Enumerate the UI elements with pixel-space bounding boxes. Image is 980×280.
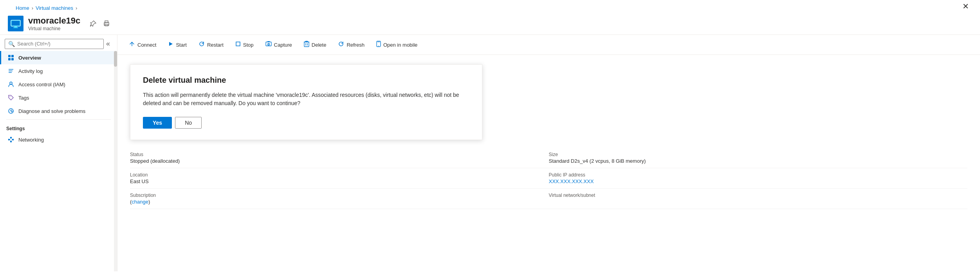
search-input[interactable] bbox=[17, 41, 100, 47]
public-ip-label: Public IP address bbox=[549, 172, 968, 178]
subscription-change-link[interactable]: change bbox=[132, 199, 148, 205]
sidebar: 🔍 « Overview bbox=[0, 35, 117, 271]
sidebar-item-overview[interactable]: Overview bbox=[0, 51, 117, 64]
connect-label: Connect bbox=[137, 42, 156, 48]
main-content: Connect Start Restart bbox=[117, 35, 980, 271]
connect-button[interactable]: Connect bbox=[124, 38, 161, 51]
subscription-item: Subscription (change) bbox=[130, 189, 549, 209]
close-button[interactable]: ✕ bbox=[959, 0, 972, 13]
location-label: Location bbox=[130, 172, 549, 178]
status-value: Stopped (deallocated) bbox=[130, 158, 549, 164]
restart-icon bbox=[199, 41, 205, 49]
svg-rect-8 bbox=[8, 55, 11, 57]
dialog-yes-button[interactable]: Yes bbox=[143, 117, 172, 129]
svg-rect-34 bbox=[305, 41, 308, 42]
svg-rect-12 bbox=[9, 69, 13, 70]
sidebar-item-tags[interactable]: Tags bbox=[0, 91, 117, 104]
print-button[interactable] bbox=[101, 18, 112, 29]
location-item: Location East US bbox=[130, 168, 549, 189]
vm-info-grid: Status Stopped (deallocated) Size Standa… bbox=[130, 148, 967, 209]
sidebar-item-overview-label: Overview bbox=[18, 55, 41, 61]
vnet-label: Virtual network/subnet bbox=[549, 193, 968, 198]
svg-point-31 bbox=[268, 44, 269, 45]
start-button[interactable]: Start bbox=[163, 38, 191, 51]
svg-point-7 bbox=[105, 23, 106, 24]
public-ip-value[interactable]: XXX.XXX.XXX.XXX bbox=[549, 178, 968, 184]
settings-section-label: Settings bbox=[0, 121, 117, 133]
page-header-text: vmoracle19c Virtual machine bbox=[28, 16, 80, 31]
pin-button[interactable] bbox=[88, 18, 98, 29]
sidebar-item-tags-label: Tags bbox=[18, 95, 29, 101]
svg-rect-21 bbox=[10, 141, 12, 142]
toolbar: Connect Start Restart bbox=[117, 35, 980, 55]
delete-dialog: Delete virtual machine This action will … bbox=[130, 64, 482, 140]
svg-rect-11 bbox=[11, 58, 14, 60]
delete-icon bbox=[304, 41, 309, 49]
svg-rect-29 bbox=[267, 41, 270, 42]
svg-rect-3 bbox=[13, 27, 18, 28]
sidebar-item-activity-log-label: Activity log bbox=[18, 68, 43, 74]
sidebar-item-networking[interactable]: Networking bbox=[0, 133, 117, 146]
sidebar-item-diagnose-label: Diagnose and solve problems bbox=[18, 108, 85, 114]
diagnose-icon bbox=[7, 107, 14, 115]
svg-rect-27 bbox=[236, 42, 240, 46]
svg-rect-20 bbox=[12, 139, 14, 140]
stop-button[interactable]: Stop bbox=[230, 38, 259, 51]
start-label: Start bbox=[176, 42, 186, 48]
subscription-value: (change) bbox=[130, 199, 549, 205]
stop-icon bbox=[235, 41, 241, 48]
restart-button[interactable]: Restart bbox=[193, 38, 229, 51]
page-header: vmoracle19c Virtual machine bbox=[0, 13, 980, 35]
stop-label: Stop bbox=[243, 42, 254, 48]
start-icon bbox=[168, 41, 173, 48]
connect-icon bbox=[129, 41, 135, 49]
dialog-title: Delete virtual machine bbox=[143, 76, 469, 85]
mobile-icon bbox=[376, 41, 381, 49]
size-item: Size Standard D2s_v4 (2 vcpus, 8 GiB mem… bbox=[549, 148, 968, 168]
svg-point-16 bbox=[10, 96, 11, 97]
breadcrumb-home[interactable]: Home bbox=[16, 5, 29, 11]
vm-icon bbox=[8, 16, 23, 31]
svg-rect-13 bbox=[9, 71, 13, 71]
location-value: East US bbox=[130, 178, 549, 184]
vm-type-label: Virtual machine bbox=[28, 26, 80, 31]
subscription-label: Subscription bbox=[130, 193, 549, 198]
sidebar-item-activity-log[interactable]: Activity log bbox=[0, 64, 117, 78]
svg-rect-14 bbox=[9, 72, 12, 73]
refresh-icon bbox=[338, 41, 344, 49]
svg-rect-6 bbox=[105, 24, 108, 26]
content-area: Delete virtual machine This action will … bbox=[117, 55, 980, 271]
restart-label: Restart bbox=[207, 42, 224, 48]
sidebar-item-iam[interactable]: Access control (IAM) bbox=[0, 78, 117, 91]
dialog-message: This action will permanently delete the … bbox=[143, 91, 469, 107]
breadcrumb: Home › Virtual machines › bbox=[8, 0, 85, 13]
tags-icon bbox=[7, 94, 14, 101]
overview-icon bbox=[7, 54, 14, 61]
refresh-button[interactable]: Refresh bbox=[333, 38, 370, 51]
networking-icon bbox=[7, 136, 14, 143]
iam-icon bbox=[7, 81, 14, 88]
delete-button[interactable]: Delete bbox=[299, 38, 332, 51]
page-title: vmoracle19c bbox=[28, 16, 80, 26]
vnet-item: Virtual network/subnet bbox=[549, 189, 968, 209]
svg-rect-9 bbox=[11, 55, 14, 57]
collapse-sidebar-button[interactable]: « bbox=[104, 38, 112, 49]
size-value: Standard D2s_v4 (2 vcpus, 8 GiB memory) bbox=[549, 158, 968, 164]
svg-rect-32 bbox=[304, 42, 309, 47]
refresh-label: Refresh bbox=[347, 42, 365, 48]
sidebar-item-diagnose[interactable]: Diagnose and solve problems bbox=[0, 104, 117, 118]
size-label: Size bbox=[549, 152, 968, 157]
capture-button[interactable]: Capture bbox=[260, 38, 297, 51]
public-ip-item: Public IP address XXX.XXX.XXX.XXX bbox=[549, 168, 968, 189]
dialog-no-button[interactable]: No bbox=[175, 117, 202, 129]
open-in-mobile-button[interactable]: Open in mobile bbox=[371, 38, 422, 51]
open-in-mobile-label: Open in mobile bbox=[383, 42, 417, 48]
sidebar-item-iam-label: Access control (IAM) bbox=[18, 82, 65, 87]
dialog-buttons: Yes No bbox=[143, 117, 469, 129]
svg-rect-1 bbox=[12, 21, 20, 25]
search-icon: 🔍 bbox=[8, 41, 15, 47]
svg-marker-26 bbox=[169, 42, 173, 46]
svg-rect-18 bbox=[8, 139, 10, 140]
nav-divider bbox=[6, 119, 111, 120]
breadcrumb-vms[interactable]: Virtual machines bbox=[36, 5, 73, 11]
